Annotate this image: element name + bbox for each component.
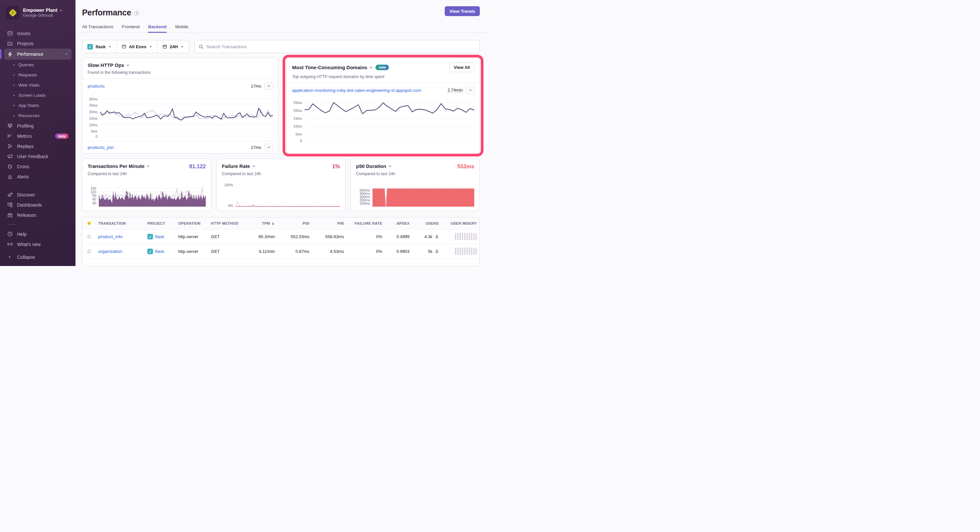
date-range-dropdown[interactable]: 24H: [157, 40, 189, 53]
tab-frontend[interactable]: Frontend: [122, 24, 140, 32]
sidebar-item-web-vitals[interactable]: Web Vitals: [4, 80, 72, 90]
flask-project-icon: [147, 234, 153, 240]
sidebar-item-projects[interactable]: Projects: [4, 38, 72, 49]
metrics-icon: [7, 133, 13, 139]
page-help-icon[interactable]: ?: [134, 11, 140, 16]
sidebar-item-dashboards[interactable]: Dashboards: [4, 200, 72, 210]
failure-rate-widget-title[interactable]: Failure Rate: [222, 164, 256, 169]
help-icon: [7, 231, 13, 237]
project-link[interactable]: flask: [155, 249, 164, 254]
sidebar-item-metrics[interactable]: Metrics beta: [4, 131, 72, 141]
siren-icon: [7, 174, 13, 179]
environment-filter-dropdown[interactable]: All Envs: [116, 40, 157, 53]
header-tpm-sorted[interactable]: TPM: [245, 221, 278, 226]
sidebar-item-help[interactable]: Help: [4, 229, 72, 239]
cell-p50: 0.87ms: [278, 249, 312, 254]
sidebar-item-label: Queries: [18, 62, 34, 67]
products-link[interactable]: products: [88, 84, 105, 89]
sidebar-item-alerts[interactable]: Alerts: [4, 172, 72, 182]
cell-user-misery: [441, 233, 479, 240]
table-row: product_info flask http.server GET 65.3/…: [83, 229, 479, 244]
slow-http-ops-title[interactable]: Slow HTTP Ops: [88, 62, 130, 68]
cell-p95: 558.83ms: [312, 234, 347, 239]
cell-users: 5k: [412, 249, 441, 254]
org-switcher[interactable]: Empower Plant George Gritsouk: [4, 5, 72, 20]
sidebar-collapse-button[interactable]: Collapse: [4, 252, 72, 262]
sidebar-item-replays[interactable]: Replays: [4, 141, 72, 151]
domain-row: application-monitoring-ruby-dot-sales-en…: [287, 83, 479, 97]
header-p50[interactable]: P50: [278, 221, 312, 226]
collapse-row-button[interactable]: [466, 87, 475, 94]
domains-card-title[interactable]: Most Time-Consuming Domains: [292, 65, 373, 70]
widget-title-text: p50 Duration: [356, 164, 386, 169]
transaction-link[interactable]: organization: [98, 249, 123, 254]
chevron-down-icon: [388, 164, 392, 168]
search-input[interactable]: [207, 44, 476, 49]
sidebar-nav: Issues Projects Performance Queries Requ…: [4, 28, 72, 266]
user-icon: [435, 249, 439, 253]
header-users[interactable]: USERS: [412, 221, 441, 226]
header-p95[interactable]: P95: [312, 221, 347, 226]
sidebar-item-resources[interactable]: Resources: [4, 111, 72, 121]
collapse-row-button[interactable]: [264, 82, 274, 90]
sidebar-item-user-feedback[interactable]: User Feedback: [4, 151, 72, 161]
cell-user-misery: [441, 248, 479, 255]
header-project[interactable]: PROJECT: [145, 221, 176, 226]
sidebar-item-crons[interactable]: Crons: [4, 161, 72, 172]
star-toggle[interactable]: [83, 249, 95, 254]
sidebar-item-label: Discover: [17, 192, 35, 197]
sidebar-item-releases[interactable]: Releases: [4, 210, 72, 220]
cell-failure-rate: 0%: [347, 249, 385, 254]
products-join-link[interactable]: products_join: [88, 145, 114, 150]
lightning-icon: [7, 51, 13, 57]
header-transaction[interactable]: TRANSACTION: [95, 221, 145, 226]
p50-widget-title[interactable]: p50 Duration: [356, 164, 392, 169]
header-operation[interactable]: OPERATION: [176, 221, 208, 226]
sidebar-item-issues[interactable]: Issues: [4, 28, 72, 38]
cell-apdex: 0.9903: [385, 249, 412, 254]
sidebar-item-requests[interactable]: Requests: [4, 70, 72, 80]
sidebar-item-label: Profiling: [17, 123, 34, 129]
sidebar-item-whats-new[interactable]: What's new: [4, 239, 72, 249]
bullet-icon: [13, 85, 15, 86]
sidebar-item-label: Resources: [18, 113, 40, 118]
annotation-highlight-ring: Most Time-Consuming Domains new View All…: [286, 58, 480, 154]
transaction-row-products-join: products_join 17ms: [83, 141, 278, 153]
tabs: All Transactions Frontend Backend Mobile: [82, 24, 480, 32]
project-filter-dropdown[interactable]: flask: [83, 40, 116, 53]
project-filter-value: flask: [95, 44, 106, 49]
sidebar-item-queries[interactable]: Queries: [4, 60, 72, 70]
header-apdex[interactable]: APDEX: [385, 221, 412, 226]
cell-failure-rate: 0%: [347, 234, 385, 239]
header-failure-rate[interactable]: FAILURE RATE: [347, 221, 385, 226]
domain-link[interactable]: application-monitoring-ruby-dot-sales-en…: [292, 88, 421, 93]
sidebar-item-screen-loads[interactable]: Screen Loads: [4, 90, 72, 100]
cell-http-method: GET: [208, 249, 245, 254]
view-all-button[interactable]: View All: [450, 62, 474, 72]
sidebar-item-profiling[interactable]: Profiling: [4, 121, 72, 131]
tpm-widget-title[interactable]: Transactions Per Minute: [88, 164, 150, 169]
star-toggle[interactable]: [83, 234, 95, 239]
sidebar-item-performance[interactable]: Performance: [4, 49, 72, 60]
header-http-method[interactable]: HTTP METHOD: [208, 221, 245, 226]
calendar-icon: [162, 44, 167, 49]
tab-mobile[interactable]: Mobile: [175, 24, 188, 32]
failure-rate-value: 1%: [332, 164, 340, 170]
project-link[interactable]: flask: [155, 234, 164, 239]
cell-tpm: 4.11/min: [245, 249, 278, 254]
sidebar-item-app-starts[interactable]: App Starts: [4, 100, 72, 111]
bullet-icon: [13, 115, 15, 116]
sidebar-item-discover[interactable]: Discover: [4, 190, 72, 200]
sidebar-item-label: Screen Loads: [18, 93, 46, 98]
transaction-row-products: products 17ms: [83, 78, 278, 93]
expand-row-button[interactable]: [264, 144, 274, 151]
content: flask All Envs 24H: [75, 33, 490, 266]
header-user-misery[interactable]: USER MISERY: [441, 221, 479, 226]
tab-all-transactions[interactable]: All Transactions: [82, 24, 113, 32]
sidebar-item-label: Replays: [17, 144, 34, 149]
telescope-icon: [7, 192, 13, 197]
tab-backend[interactable]: Backend: [148, 24, 166, 32]
transaction-link[interactable]: product_info: [98, 234, 123, 239]
star-column-header[interactable]: [83, 221, 95, 226]
view-trends-button[interactable]: View Trends: [445, 6, 480, 16]
